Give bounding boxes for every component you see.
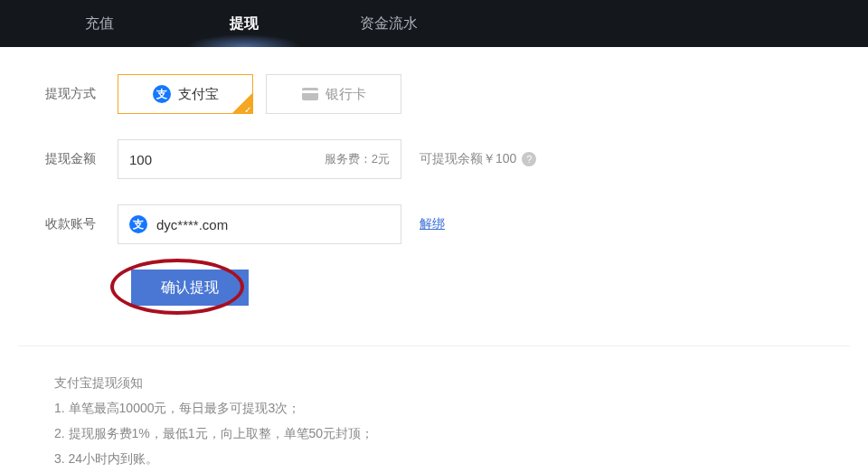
- method-alipay-label: 支付宝: [178, 86, 219, 103]
- notice-box: 支付宝提现须知 1. 单笔最高10000元，每日最多可提现3次； 2. 提现服务…: [18, 345, 850, 471]
- method-alipay[interactable]: 支 支付宝: [118, 74, 253, 114]
- tab-deposit[interactable]: 充值: [27, 0, 172, 47]
- notice-rule-1: 1. 单笔最高10000元，每日最多可提现3次；: [54, 395, 823, 421]
- withdraw-panel: 提现方式 支 支付宝 银行卡 提现金额 服务费：2元 可提现余额￥100 ? 收…: [0, 47, 868, 473]
- balance-text: 可提现余额￥100: [420, 151, 516, 167]
- label-amount: 提现金额: [18, 151, 118, 167]
- amount-box: 服务费：2元: [118, 139, 401, 179]
- notice-rule-2: 2. 提现服务费1%，最低1元，向上取整，单笔50元封顶；: [54, 421, 823, 446]
- tab-withdraw[interactable]: 提现: [172, 0, 316, 47]
- help-icon[interactable]: ?: [522, 152, 536, 166]
- unbind-link[interactable]: 解绑: [420, 216, 445, 232]
- available-balance: 可提现余额￥100 ?: [420, 151, 536, 167]
- notice-rule-3: 3. 24小时内到账。: [54, 446, 823, 471]
- alipay-icon: 支: [153, 85, 171, 103]
- bank-card-icon: [302, 88, 318, 100]
- method-bank[interactable]: 银行卡: [266, 74, 401, 114]
- tab-ledger[interactable]: 资金流水: [316, 0, 461, 47]
- method-bank-label: 银行卡: [326, 86, 366, 103]
- amount-input[interactable]: [129, 152, 325, 167]
- confirm-withdraw-button[interactable]: 确认提现: [131, 270, 249, 306]
- label-account: 收款账号: [18, 216, 118, 232]
- account-value: dyc****.com: [156, 217, 228, 232]
- service-fee: 服务费：2元: [325, 151, 390, 167]
- notice-title: 支付宝提现须知: [54, 370, 823, 395]
- account-box: 支 dyc****.com: [118, 204, 401, 244]
- alipay-icon: 支: [129, 215, 147, 233]
- nav-tabs: 充值 提现 资金流水: [0, 0, 868, 47]
- label-method: 提现方式: [18, 86, 118, 102]
